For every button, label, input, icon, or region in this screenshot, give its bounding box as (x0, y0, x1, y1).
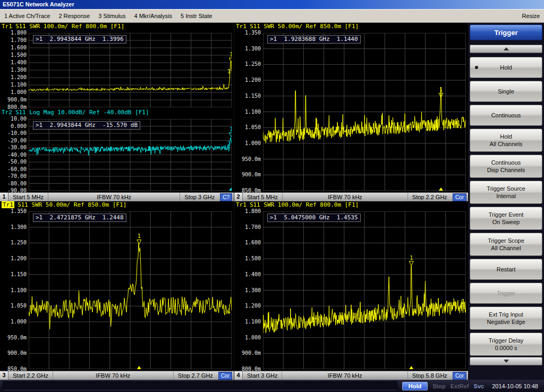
graph-ch1-tr2: Tr2S11 Log Mag 10.00dB/ Ref -40.00dB [F1… (0, 109, 234, 192)
softkey-label: Trigger Event (489, 211, 524, 218)
softkey-label: Trigger (497, 289, 515, 297)
trace-params: S11 SWR 100.0m/ Ref 800.0m [F1] (250, 201, 359, 208)
menu-item-2[interactable]: 2 Response (58, 13, 90, 19)
y-axis-label: 1.100 (234, 109, 261, 115)
y-axis-label: 1.300 (0, 225, 27, 230)
y-axis-label: -70.00 (0, 174, 27, 179)
marker-readout: >1 2.9943844 GHz -15.570 dB (33, 121, 140, 130)
softkey-label: Continuous (491, 112, 521, 119)
graph-ch1-tr1: Tr1S11 SWR 100.0m/ Ref 800.0m [F1] 1.800… (0, 23, 234, 109)
channel-number: 1 (0, 193, 8, 201)
main-area: Tr1S11 SWR 100.0m/ Ref 800.0m [F1] 1.800… (0, 23, 544, 380)
ifbw-label: IFBW 70 kHz (282, 371, 407, 380)
trace-params: S11 SWR 50.00m/ Ref 850.0m [F1] (18, 201, 126, 208)
softkey-trigger-scope-all-channel[interactable]: Trigger ScopeAll Channel (470, 233, 542, 256)
trace-header-ch3-tr1[interactable]: Tr1S11 SWR 50.00m/ Ref 850.0m [F1] (0, 201, 234, 210)
y-axis-label: 950.0m (0, 335, 27, 340)
y-axis-label: 1.400 (234, 272, 261, 277)
plot-ch3-swr[interactable]: 1.3501.3001.2501.2001.1501.1001.0501.000… (0, 210, 234, 371)
indicator-svc[interactable]: Svc (474, 383, 484, 389)
plot-ch4-swr[interactable]: 1.8001.7001.6001.5001.4001.3001.2001.100… (234, 210, 468, 371)
plot-svg: 11 (29, 211, 232, 369)
y-axis-label: 0.000 (0, 124, 27, 129)
softkey-restart[interactable]: Restart (470, 259, 542, 280)
channel-number: 2 (234, 193, 243, 201)
marker-triangle-icon (229, 58, 232, 62)
trace-header-ch1-tr1[interactable]: Tr1S11 SWR 100.0m/ Ref 800.0m [F1] (0, 23, 234, 31)
y-axis-label: -90.00 (0, 188, 27, 193)
softkey-trigger-delay-0-0000-s[interactable]: Trigger Delay0.0000 s (470, 333, 542, 356)
y-axis-label: 800.0m (0, 105, 27, 110)
y-axis-label: 1.400 (0, 60, 27, 65)
scroll-up-button[interactable] (470, 45, 542, 53)
y-axis-label: -60.00 (0, 167, 27, 172)
y-axis-label: 1.150 (234, 93, 261, 99)
menu-item-4[interactable]: 4 Mkr/Analysis (134, 13, 172, 19)
softkey-label: Trigger Delay (489, 337, 524, 344)
marker-number: 1 (230, 126, 232, 132)
menu-item-5[interactable]: 5 Instr State (181, 13, 212, 19)
marker-readout: >1 2.4721875 GHz 1.2448 (33, 214, 126, 222)
softkey-value: All Channel (491, 244, 521, 252)
marker-readout: >1 2.9943844 GHz 1.3996 (33, 35, 126, 44)
graph-ch4-tr1: Tr1S11 SWR 100.0m/ Ref 800.0m [F1] 1.800… (234, 201, 468, 371)
plot-ch2-swr[interactable]: 1.3501.3001.2501.2001.1501.1001.0501.000… (234, 31, 468, 192)
trace-header-ch1-tr2[interactable]: Tr2S11 Log Mag 10.00dB/ Ref -40.00dB [F1… (0, 109, 234, 117)
y-axis-label: 1.350 (0, 209, 27, 214)
softkey-ext-trig-input-negative-edge[interactable]: Ext Trig InputNegative Edge (470, 306, 542, 330)
sweep-stop: Stop 3 GHz (180, 193, 219, 201)
indicator-extref[interactable]: ExtRef (450, 383, 469, 389)
y-axis-label: 900.0m (0, 351, 27, 356)
y-axis-label: 1.100 (0, 82, 27, 88)
marker-number: 1 (138, 233, 141, 239)
y-axis-label: 900.0m (0, 97, 27, 103)
y-axis-label: 1.000 (0, 319, 27, 325)
menu-item-resize[interactable]: Resize (522, 13, 540, 19)
softkey-menu: Trigger HoldSingleContinuousHoldAll Chan… (468, 23, 544, 380)
marker-number: 1 (439, 87, 443, 92)
marker-triangle-icon (137, 240, 141, 244)
sweep-start: Start 3 GHz (243, 371, 282, 380)
softkey-continuous-disp-channels[interactable]: ContinuousDisp Channels (470, 155, 542, 178)
trace-params: S11 Log Mag 10.00dB/ Ref -40.00dB [F1] (15, 109, 149, 116)
y-axis-label: 1.300 (234, 46, 261, 52)
trace-id-active: Tr1 (2, 201, 14, 208)
sweep-stop: Stop 2.7 GHz (174, 371, 217, 380)
softkey-hold[interactable]: Hold (470, 57, 542, 78)
softkey-value: Negative Edge (487, 318, 525, 326)
softkey-trigger-source-internal[interactable]: Trigger SourceInternal (470, 181, 542, 204)
channel-3-quadrant: Tr1S11 SWR 50.00m/ Ref 850.0m [F1] 1.350… (0, 201, 234, 380)
trace-params: S11 SWR 100.0m/ Ref 800.0m [F1] (15, 23, 124, 30)
trace-id: Tr1 (2, 23, 12, 30)
softkey-label: Hold (500, 64, 512, 71)
sweep-stop: Stop 5.8 GHz (408, 371, 452, 380)
menu-item-3[interactable]: 3 Stimulus (98, 13, 125, 19)
softkey-continuous[interactable]: Continuous (470, 105, 542, 126)
softkey-trigger-event-on-sweep[interactable]: Trigger EventOn Sweep (470, 207, 542, 230)
ifbw-label: IFBW 70 kHz (48, 193, 180, 201)
softkey-hold-all-channels[interactable]: HoldAll Channels (470, 129, 542, 152)
channel-1-quadrant: Tr1S11 SWR 100.0m/ Ref 800.0m [F1] 1.800… (0, 23, 234, 201)
plot-ch1-logmag[interactable]: 10.000.000-10.00-20.00-30.00-40.00-50.00… (0, 117, 234, 192)
indicator-stop[interactable]: Stop (432, 383, 445, 389)
trace-header-ch4-tr1[interactable]: Tr1S11 SWR 100.0m/ Ref 800.0m [F1] (234, 201, 468, 210)
graph-grid: Tr1S11 SWR 100.0m/ Ref 800.0m [F1] 1.800… (0, 23, 468, 380)
cal-status-badge: C? (220, 193, 232, 201)
y-axis-label: -50.00 (0, 159, 27, 165)
trigger-status-hold[interactable]: Hold (402, 382, 428, 390)
cal-status-badge: Cor (453, 193, 466, 201)
y-axis-label: 1.150 (0, 272, 27, 277)
trace-header-ch2-tr1[interactable]: Tr1S11 SWR 50.00m/ Ref 850.0m [F1] (234, 23, 468, 31)
scroll-down-button[interactable] (470, 357, 542, 365)
softkey-trigger[interactable]: Trigger (470, 283, 542, 304)
marker-number: 1 (230, 52, 232, 57)
menu-item-1[interactable]: 1 Active Ch/Trace (4, 13, 50, 19)
menu-bar: 1 Active Ch/Trace2 Response3 Stimulus4 M… (0, 9, 544, 23)
marker-readout: >1 5.0475000 GHz 1.4535 (267, 214, 361, 222)
marker-stimulus-icon (229, 188, 232, 191)
y-axis-label: 1.700 (0, 38, 27, 43)
softkey-label: Ext Trig Input (489, 311, 523, 318)
plot-svg: 11 (29, 33, 232, 107)
softkey-single[interactable]: Single (470, 81, 542, 102)
plot-ch1-swr[interactable]: 1.8001.7001.6001.5001.4001.3001.2001.100… (0, 31, 234, 109)
